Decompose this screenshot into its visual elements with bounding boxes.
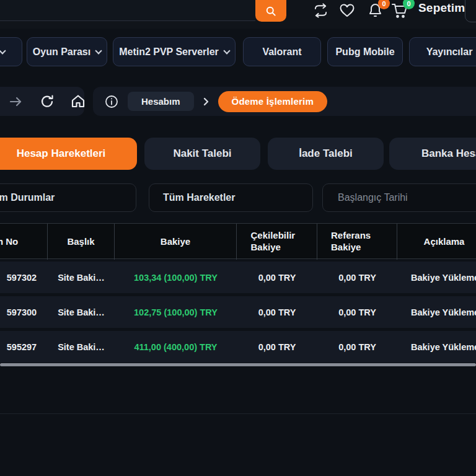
cart-label[interactable]: Sepetim — [418, 1, 465, 15]
horizontal-scrollbar[interactable] — [0, 363, 476, 366]
tab-label: Nakit Talebi — [173, 148, 231, 160]
page: 0 0 Sepetim rı Oyun Parası Metin2 PVP Se… — [0, 0, 476, 476]
tab-nakit-talebi[interactable]: Nakit Talebi — [144, 138, 260, 170]
cell-referans: 0,00 TRY — [317, 331, 397, 363]
refresh-button[interactable] — [40, 94, 55, 109]
search-input[interactable] — [0, 0, 255, 21]
filter-durum-select[interactable]: Tüm Durumlar — [0, 183, 136, 212]
chevron-down-icon — [0, 47, 6, 54]
cell-bakiye: 411,00 (400,00) TRY — [115, 331, 237, 363]
column-referans-bakiye: Referans Bakiye — [317, 224, 397, 260]
nav-item-cut[interactable]: rı — [0, 37, 22, 66]
chevron-down-icon — [95, 47, 102, 54]
cell-cekilebilir: 0,00 TRY — [237, 296, 317, 328]
cell-cekilebilir: 0,00 TRY — [237, 262, 317, 293]
heart-icon — [339, 3, 355, 18]
breadcrumb-current-label: Ödeme İşlemlerim — [232, 96, 314, 107]
wishlist-button[interactable] — [338, 1, 356, 20]
tab-iade-talebi[interactable]: İade Talebi — [268, 138, 384, 170]
browser-nav-group — [0, 87, 84, 116]
table-header: İşlem No Başlık Bakiye Çekilebilir Bakiy… — [0, 223, 476, 259]
table-row[interactable]: 597300 Site Baki… 102,75 (100,00) TRY 0,… — [0, 296, 476, 328]
tab-banka-hesaplarim[interactable]: Banka Hesaplarım — [389, 138, 476, 170]
home-button[interactable] — [71, 94, 86, 108]
breadcrumb: Hesabım Ödeme İşlemlerim — [93, 87, 476, 116]
tab-label: Hesap Hareketleri — [17, 148, 106, 160]
nav-item-pubg[interactable]: Pubg Mobile — [327, 37, 403, 66]
compare-button[interactable] — [311, 1, 330, 20]
nav-item-label: Pubg Mobile — [335, 46, 394, 58]
cell-cekilebilir: 0,00 TRY — [237, 331, 317, 363]
nav-item-valorant[interactable]: Valorant — [243, 37, 321, 66]
cell-referans: 0,00 TRY — [317, 296, 397, 328]
cart-badge: 0 — [403, 0, 415, 9]
search-button[interactable] — [255, 0, 286, 22]
filter-hareket-select[interactable]: Tüm Hareketler — [149, 183, 313, 212]
nav-item-yayincilar[interactable]: Yayıncılar — [409, 37, 476, 66]
top-bar: 0 0 Sepetim — [0, 0, 476, 29]
column-cekilebilir-bakiye: Çekilebilir Bakiye — [237, 224, 317, 260]
filter-durum-value: Tüm Durumlar — [0, 192, 55, 203]
column-bakiye: Bakiye — [115, 224, 237, 260]
nav-item-label: Oyun Parası — [33, 46, 90, 58]
compare-icon — [312, 3, 329, 18]
cell-baslik: Site Baki… — [48, 262, 115, 293]
nav-item-label: Valorant — [262, 46, 301, 58]
cell-baslik: Site Baki… — [48, 331, 115, 363]
table-row[interactable]: 595297 Site Baki… 411,00 (400,00) TRY 0,… — [0, 331, 476, 363]
nav-item-oyun-parasi[interactable]: Oyun Parası — [27, 37, 107, 66]
nav-item-metin2[interactable]: Metin2 PVP Serverler — [113, 37, 236, 66]
table-row[interactable]: 597302 Site Baki… 103,34 (100,00) TRY 0,… — [0, 262, 476, 293]
breadcrumb-hesabim-label: Hesabım — [141, 96, 180, 107]
column-aciklama: Açıklama — [397, 224, 476, 260]
cart-button[interactable]: 0 — [390, 1, 409, 20]
cell-bakiye: 103,34 (100,00) TRY — [115, 262, 237, 293]
cell-aciklama: Bakiye Yükleme — [397, 296, 476, 328]
notifications-button[interactable]: 0 — [366, 1, 384, 20]
search-icon — [265, 5, 277, 17]
section-divider — [0, 413, 476, 414]
filter-baslangic-tarihi-input[interactable]: Başlangıç Tarihi — [322, 183, 476, 212]
cell-referans: 0,00 TRY — [317, 262, 397, 293]
topbar-cut-button[interactable] — [465, 0, 476, 22]
breadcrumb-hesabim[interactable]: Hesabım — [128, 92, 194, 111]
tab-label: İade Talebi — [299, 148, 353, 160]
cell-aciklama: Bakiye Yükleme — [397, 331, 476, 363]
nav-item-label: Metin2 PVP Serverler — [119, 46, 219, 58]
chevron-down-icon — [223, 47, 230, 54]
cell-baslik: Site Baki… — [48, 296, 115, 328]
nav-item-label: Yayıncılar — [426, 46, 473, 58]
column-baslik: Başlık — [48, 224, 115, 260]
forward-arrow-button[interactable] — [9, 95, 24, 108]
cell-bakiye: 102,75 (100,00) TRY — [115, 296, 237, 328]
tab-label: Banka Hesaplarım — [421, 148, 476, 160]
filter-tarih-placeholder: Başlangıç Tarihi — [338, 192, 408, 203]
cell-aciklama: Bakiye Yükleme — [397, 262, 476, 293]
column-islem-no: İşlem No — [0, 224, 48, 260]
notifications-badge: 0 — [378, 0, 390, 9]
chevron-right-icon — [203, 97, 209, 106]
info-icon[interactable] — [104, 94, 119, 109]
breadcrumb-odeme-islemlerim[interactable]: Ödeme İşlemlerim — [218, 91, 327, 112]
tab-hesap-hareketleri[interactable]: Hesap Hareketleri — [0, 138, 137, 170]
filter-hareket-value: Tüm Hareketler — [163, 192, 236, 203]
